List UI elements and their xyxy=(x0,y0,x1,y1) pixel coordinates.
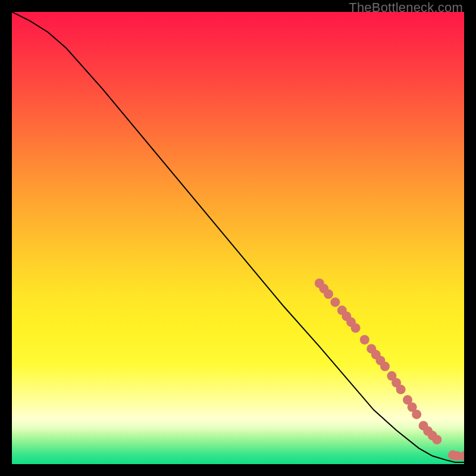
data-point xyxy=(330,298,340,307)
curve-line xyxy=(12,12,464,462)
data-point xyxy=(360,335,369,345)
data-point xyxy=(380,362,390,371)
data-point xyxy=(412,409,421,419)
data-point xyxy=(432,435,441,444)
watermark-text: TheBottleneck.com xyxy=(349,0,463,15)
plot-area xyxy=(12,12,464,464)
data-point xyxy=(324,289,333,299)
data-points-group xyxy=(315,278,464,461)
chart-svg xyxy=(12,12,464,464)
data-point xyxy=(351,323,361,333)
chart-frame: TheBottleneck.com xyxy=(0,0,476,476)
data-point xyxy=(396,385,406,394)
